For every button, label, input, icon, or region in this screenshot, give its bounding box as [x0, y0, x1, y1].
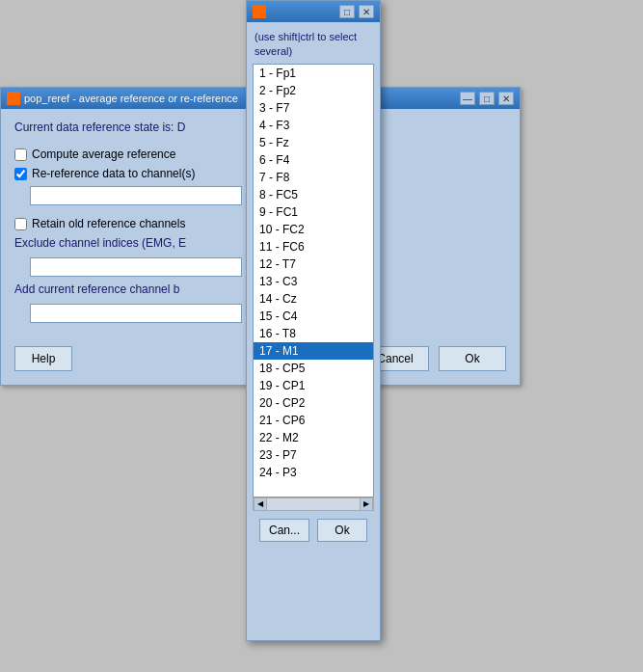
- popup-ok-button[interactable]: Ok: [317, 519, 367, 542]
- channel-item[interactable]: 9 - FC1: [254, 203, 373, 221]
- channel-item[interactable]: 2 - Fp2: [254, 82, 373, 99]
- popup-cancel-button[interactable]: Can...: [259, 519, 309, 542]
- minimize-button[interactable]: —: [460, 92, 475, 105]
- popup-minimize-button[interactable]: □: [339, 5, 355, 18]
- channel-item[interactable]: 5 - Fz: [254, 134, 373, 151]
- channel-item[interactable]: 6 - F4: [254, 151, 373, 169]
- channel-item[interactable]: 8 - FC5: [254, 186, 373, 203]
- channel-item[interactable]: 11 - FC6: [254, 238, 373, 255]
- channel-item[interactable]: 16 - T8: [254, 325, 373, 342]
- ok-button[interactable]: Ok: [439, 346, 506, 371]
- channel-item[interactable]: 23 - P7: [254, 446, 373, 464]
- hscroll-track: [267, 498, 360, 510]
- compute-avg-checkbox[interactable]: [14, 148, 27, 161]
- channel-item[interactable]: 20 - CP2: [254, 394, 373, 412]
- current-state-text: Current data reference state is: D: [14, 121, 185, 134]
- channel-item[interactable]: 21 - CP6: [254, 412, 373, 429]
- channel-item[interactable]: 7 - F8: [254, 169, 373, 186]
- popup-bottom-buttons: Can... Ok: [247, 511, 380, 550]
- hscroll-left-button[interactable]: ◀: [254, 497, 267, 511]
- channel-item[interactable]: 10 - FC2: [254, 221, 373, 238]
- channel-selector-popup: □ ✕ (use shift|ctrl to select several) 1…: [246, 0, 381, 641]
- matlab-icon: [7, 92, 20, 105]
- popup-header-text: (use shift|ctrl to select several): [247, 22, 380, 64]
- channel-item[interactable]: 15 - C4: [254, 308, 373, 325]
- channel-item[interactable]: 22 - M2: [254, 429, 373, 446]
- bg-window-controls: — □ ✕: [460, 92, 514, 105]
- channel-item[interactable]: 4 - F3: [254, 117, 373, 134]
- close-button[interactable]: ✕: [498, 92, 514, 105]
- popup-titlebar: □ ✕: [247, 1, 380, 22]
- channel-item[interactable]: 14 - Cz: [254, 290, 373, 308]
- help-button[interactable]: Help: [14, 346, 72, 371]
- channel-list[interactable]: 1 - Fp12 - Fp23 - F74 - F35 - Fz6 - F47 …: [254, 65, 373, 497]
- popup-close-button[interactable]: ✕: [359, 5, 374, 18]
- compute-avg-label: Compute average reference: [32, 148, 175, 161]
- channel-item[interactable]: 13 - C3: [254, 273, 373, 290]
- hscroll-right-button[interactable]: ▶: [360, 497, 373, 511]
- channel-item[interactable]: 1 - Fp1: [254, 65, 373, 82]
- reref-input[interactable]: [30, 186, 242, 205]
- horizontal-scrollbar[interactable]: ◀ ▶: [253, 497, 374, 511]
- retain-label: Retain old reference channels: [32, 217, 185, 230]
- channel-item[interactable]: 3 - F7: [254, 99, 373, 117]
- channel-item[interactable]: 12 - T7: [254, 255, 373, 273]
- bg-window-title: pop_reref - average reference or re-refe…: [7, 92, 238, 105]
- add-current-text: Add current reference channel b: [14, 282, 179, 296]
- maximize-button[interactable]: □: [479, 92, 495, 105]
- channel-item[interactable]: 24 - P3: [254, 464, 373, 481]
- channel-item[interactable]: 17 - M1: [254, 342, 373, 360]
- channel-list-container: 1 - Fp12 - Fp23 - F74 - F35 - Fz6 - F47 …: [253, 64, 374, 497]
- retain-checkbox[interactable]: [14, 218, 27, 230]
- channel-item[interactable]: 18 - CP5: [254, 360, 373, 377]
- reref-checkbox[interactable]: [14, 168, 27, 180]
- popup-matlab-icon: [253, 5, 266, 18]
- exclude-input[interactable]: [30, 257, 242, 277]
- popup-controls: □ ✕: [339, 5, 374, 18]
- bottom-buttons: Cancel Ok: [362, 346, 506, 371]
- reref-label: Re-reference data to channel(s): [32, 167, 195, 180]
- add-current-input[interactable]: [30, 304, 242, 323]
- exclude-text: Exclude channel indices (EMG, E: [14, 236, 186, 250]
- channel-item[interactable]: 19 - CP1: [254, 377, 373, 394]
- bg-window-title-text: pop_reref - average reference or re-refe…: [24, 93, 238, 104]
